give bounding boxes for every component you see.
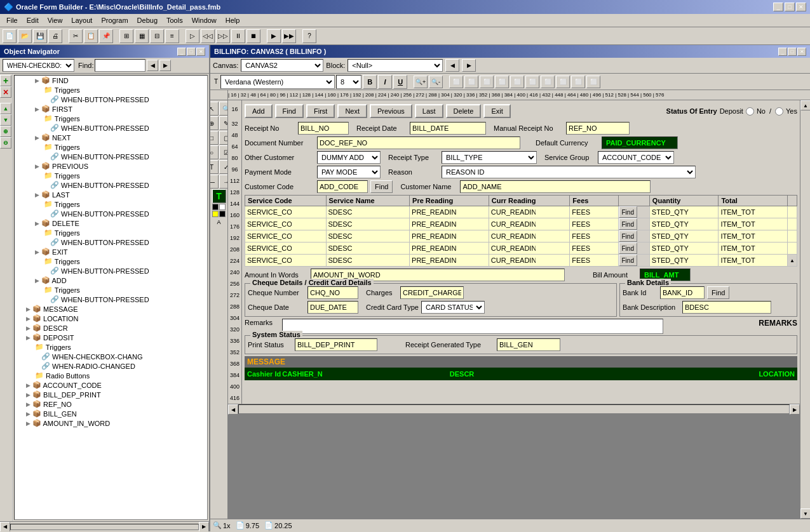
- customer-name-input[interactable]: [460, 180, 651, 193]
- tb-btn-3[interactable]: ⊟: [150, 29, 164, 43]
- payment-mode-select[interactable]: PAY MODE: [317, 166, 381, 178]
- fees-3[interactable]: [570, 230, 618, 243]
- service-name-2[interactable]: [326, 218, 410, 230]
- tb-btn-2[interactable]: ▦: [135, 29, 149, 43]
- tree-item-previous-wbp[interactable]: 🔗 WHEN-BUTTON-PRESSED: [15, 180, 207, 190]
- menu-view[interactable]: View: [44, 15, 67, 25]
- tb-btn-4[interactable]: ≡: [165, 29, 179, 43]
- fees-1[interactable]: [570, 206, 618, 218]
- print-status-input[interactable]: [295, 338, 377, 351]
- tree-item-add-wbp[interactable]: 🔗 WHEN-BUTTON-PRESSED: [15, 295, 207, 304]
- fill-color[interactable]: [212, 211, 219, 217]
- tree-item-next-wbp[interactable]: 🔗 WHEN-BUTTON-PRESSED: [15, 152, 207, 161]
- minimize-button[interactable]: _: [773, 3, 783, 11]
- customer-code-input[interactable]: [317, 180, 368, 193]
- tree-item-deposit[interactable]: ▶ 📦 DEPOSIT: [15, 333, 207, 342]
- save-button[interactable]: 💾: [33, 29, 47, 43]
- tree-item-bill-gen[interactable]: ▶ 📦 BILL_GEN: [15, 409, 207, 418]
- tree-item-account-code[interactable]: ▶ 📦 ACCOUNT_CODE: [15, 380, 207, 390]
- pre-reading-1[interactable]: [410, 206, 489, 218]
- fees-5[interactable]: [570, 255, 618, 267]
- receipt-generated-input[interactable]: [497, 338, 560, 351]
- menu-edit[interactable]: Edit: [23, 15, 43, 25]
- nav-up-button[interactable]: ▲: [0, 103, 11, 114]
- arrow-tool[interactable]: →: [219, 175, 228, 189]
- align-btn-6[interactable]: ⬜: [525, 76, 539, 88]
- align-center-btn[interactable]: ⬜: [464, 76, 478, 88]
- fees-find-3[interactable]: Find: [618, 230, 649, 243]
- tb-btn-5[interactable]: ▷: [186, 29, 199, 43]
- print-button[interactable]: 🖨: [48, 29, 62, 43]
- draw-tool-1[interactable]: ⊕: [210, 116, 219, 130]
- tree-item-exit-triggers[interactable]: 📁 Triggers: [15, 256, 207, 266]
- form-minimize[interactable]: _: [778, 48, 787, 56]
- draw-tool-2[interactable]: ✎: [219, 116, 228, 130]
- block-btn-2[interactable]: ▶: [462, 59, 476, 72]
- charges-input[interactable]: [400, 286, 464, 299]
- paste-button[interactable]: 📌: [99, 29, 113, 43]
- tree-item-add[interactable]: ▶ 📦 ADD: [15, 276, 207, 285]
- receipt-type-select[interactable]: BILL_TYPE: [442, 151, 537, 164]
- service-name-3[interactable]: [326, 230, 410, 243]
- receipt-date-input[interactable]: BILL_DATE: [410, 122, 486, 135]
- tree-item-when-checkbox[interactable]: 🔗 WHEN-CHECKBOX-CHANG: [15, 352, 207, 361]
- menu-file[interactable]: File: [3, 15, 22, 25]
- customer-find-button[interactable]: Find: [370, 180, 393, 193]
- form-maximize[interactable]: □: [788, 48, 797, 56]
- tree-item-first-wbp[interactable]: 🔗 WHEN-BUTTON-PRESSED: [15, 123, 207, 133]
- curr-reading-4[interactable]: [489, 243, 570, 255]
- menu-tools[interactable]: Tools: [163, 15, 187, 25]
- fees-2[interactable]: [570, 218, 618, 230]
- fees-find-1[interactable]: Find: [618, 206, 649, 218]
- nav-collapse-button[interactable]: ⊖: [0, 137, 11, 149]
- fees-find-2[interactable]: Find: [618, 218, 649, 230]
- service-group-select[interactable]: ACCOUNT_CODE: [598, 151, 674, 164]
- other-customer-select[interactable]: DUMMY ADD: [317, 151, 381, 164]
- tree-item-last[interactable]: ▶ 📦 LAST: [15, 190, 207, 199]
- fees-find-4[interactable]: Find: [618, 243, 649, 255]
- total-4[interactable]: [719, 243, 788, 255]
- qty-4[interactable]: [649, 243, 719, 255]
- credit-card-type-select[interactable]: CARD STATUS: [421, 301, 485, 314]
- check-tool-2[interactable]: ✓: [219, 160, 228, 174]
- underline-button[interactable]: U: [393, 75, 407, 89]
- form-close[interactable]: ✕: [797, 48, 806, 56]
- nav-minimize[interactable]: _: [177, 48, 186, 56]
- deposit-yes-radio[interactable]: [775, 107, 783, 116]
- v-scroll-track[interactable]: [800, 110, 810, 509]
- pre-reading-2[interactable]: [410, 218, 489, 230]
- fees-find-btn-4[interactable]: Find: [619, 243, 637, 254]
- tree-item-next[interactable]: ▶ 📦 NEXT: [15, 133, 207, 142]
- h-scroll-left[interactable]: ◀: [0, 522, 10, 532]
- tree-item-find[interactable]: ▶ 📦 FIND: [15, 76, 207, 85]
- block-btn-1[interactable]: ◀: [445, 59, 459, 72]
- fees-find-5[interactable]: Find: [618, 255, 649, 267]
- h-scroll-left-btn[interactable]: ◀: [228, 404, 238, 415]
- nav-close[interactable]: ✕: [196, 48, 205, 56]
- total-2[interactable]: [719, 218, 788, 230]
- tree-item-amount-in-word[interactable]: ▶ 📦 AMOUNT_IN_WORD: [15, 418, 207, 428]
- tree-item-first[interactable]: ▶ 📦 FIRST: [15, 104, 207, 114]
- new-button[interactable]: 📄: [3, 29, 17, 43]
- tree-item-location[interactable]: ▶ 📦 LOCATION: [15, 314, 207, 323]
- service-code-5[interactable]: [245, 255, 327, 267]
- bank-find-button[interactable]: Find: [707, 286, 729, 299]
- rect-tool[interactable]: □: [210, 131, 219, 145]
- canvas-main[interactable]: 16 32 48 64 80 96 112 128 144 160 176 19…: [228, 100, 800, 519]
- tree-item-deposit-triggers[interactable]: 📁 Triggers: [15, 342, 207, 352]
- fees-find-btn-3[interactable]: Find: [619, 230, 637, 242]
- fees-find-btn-1[interactable]: Find: [619, 206, 637, 218]
- total-1[interactable]: [719, 206, 788, 218]
- tree-item-ref-no[interactable]: ▶ 📦 REF_NO: [15, 399, 207, 409]
- doc-number-input[interactable]: DOC_REF_NO: [317, 136, 520, 149]
- qty-5[interactable]: [649, 255, 719, 267]
- qty-2[interactable]: [649, 218, 719, 230]
- deposit-no-radio[interactable]: [746, 107, 754, 116]
- copy-button[interactable]: 📋: [84, 29, 98, 43]
- reason-select[interactable]: REASON ID: [442, 166, 696, 178]
- menu-layout[interactable]: Layout: [67, 15, 96, 25]
- tree-item-previous[interactable]: ▶ 📦 PREVIOUS: [15, 161, 207, 171]
- service-name-5[interactable]: [326, 255, 410, 267]
- align-btn-8[interactable]: ⬜: [556, 76, 570, 88]
- zoom-in-btn[interactable]: 🔍+: [414, 76, 428, 88]
